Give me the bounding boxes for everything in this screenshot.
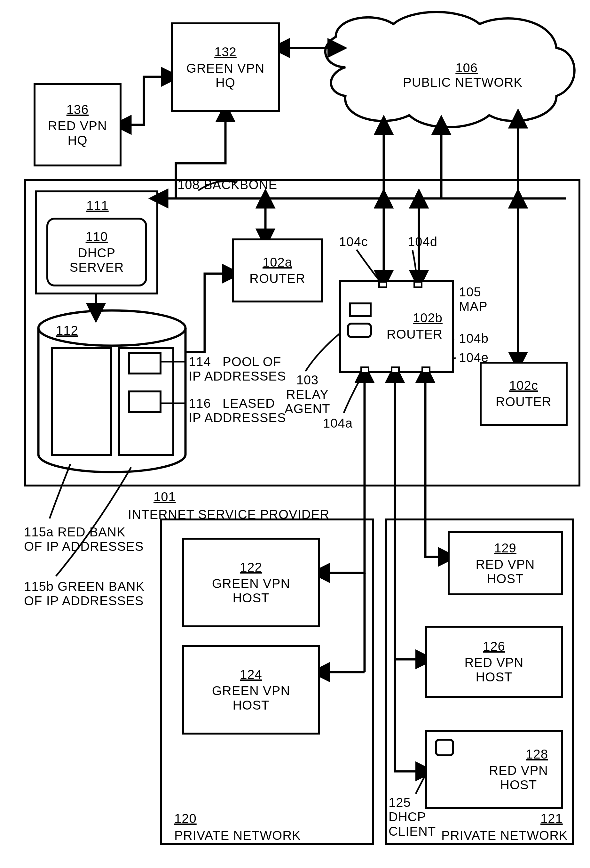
- anno-116: 116 LEASED IP ADDRESSES: [189, 396, 286, 425]
- ref-110: 110: [86, 229, 108, 244]
- ref-124: 124: [240, 667, 262, 682]
- anno-114: 114 POOL OF IP ADDRESSES: [189, 354, 286, 384]
- ref-126: 126: [483, 639, 505, 654]
- label-102a: ROUTER: [249, 272, 305, 286]
- ref-136: 136: [66, 102, 89, 117]
- label-126: RED VPNHOST: [465, 655, 524, 684]
- label-129: RED VPNHOST: [476, 557, 535, 586]
- ref-121: 121: [540, 811, 563, 826]
- rect-105-map: [349, 303, 372, 317]
- anno-104d: 104d: [408, 235, 437, 249]
- node-122-green-vpn-host: 122 GREEN VPNHOST: [182, 538, 320, 627]
- node-126-red-vpn-host: 126 RED VPNHOST: [425, 626, 563, 698]
- rect-116: [128, 390, 162, 413]
- ref-132: 132: [214, 45, 237, 59]
- ref-111: 111: [86, 198, 109, 213]
- node-106-public-network: 106PUBLIC NETWORK: [403, 46, 522, 90]
- label-136: RED VPNHQ: [48, 119, 107, 148]
- label-122: GREEN VPNHOST: [212, 576, 290, 605]
- label-102b: ROUTER: [387, 327, 443, 341]
- anno-104b: 104b: [459, 331, 488, 345]
- anno-115a: 115a RED BANK OF IP ADDRESSES: [24, 525, 144, 554]
- anno-104e: 104e: [459, 350, 488, 365]
- ref-102c: 102c: [509, 378, 538, 393]
- node-102a-router: 102a ROUTER: [232, 238, 323, 303]
- ref-122: 122: [240, 560, 262, 574]
- ref-120: 120: [174, 811, 197, 826]
- anno-104a: 104a: [323, 416, 353, 431]
- label-101-isp: 101: [153, 490, 176, 504]
- rect-103-relay-agent: [347, 323, 372, 338]
- ref-112: 112: [56, 323, 78, 338]
- anno-125: 125 DHCP CLIENT: [388, 795, 436, 838]
- label-120: PRIVATE NETWORK: [174, 828, 301, 843]
- rect-115a: [51, 347, 112, 456]
- port-104d: [413, 281, 422, 288]
- rect-125-dhcp-client: [435, 739, 454, 756]
- anno-104c: 104c: [339, 235, 368, 249]
- node-136-red-vpn-hq: 136 RED VPNHQ: [34, 83, 122, 167]
- port-104c: [378, 281, 387, 288]
- node-110-dhcp-server: 110 DHCPSERVER: [46, 218, 147, 286]
- label-121: PRIVATE NETWORK: [441, 828, 568, 843]
- label-124: GREEN VPNHOST: [212, 683, 290, 713]
- ref-129: 129: [494, 541, 516, 555]
- anno-105: 105 MAP: [459, 285, 488, 314]
- port-104b: [391, 366, 400, 373]
- anno-103: 103 RELAY AGENT: [285, 373, 330, 416]
- node-102c-router: 102c ROUTER: [480, 362, 568, 426]
- label-110: DHCPSERVER: [70, 246, 124, 275]
- port-104e: [421, 366, 430, 373]
- anno-115b: 115b GREEN BANK OF IP ADDRESSES: [24, 579, 144, 608]
- port-104a: [360, 366, 369, 373]
- ref-102b: 102b: [413, 311, 443, 325]
- label-102c: ROUTER: [496, 395, 552, 409]
- rect-114: [128, 352, 162, 375]
- node-132-green-vpn-hq: 132 GREEN VPNHQ: [171, 22, 280, 112]
- label-128: RED VPNHOST: [489, 763, 548, 792]
- ref-102a: 102a: [263, 255, 292, 270]
- anno-108: 108 BACKBONE: [178, 178, 277, 192]
- ref-128: 128: [526, 747, 548, 762]
- node-124-green-vpn-host: 124 GREEN VPNHOST: [182, 645, 320, 735]
- label-132: GREEN VPNHQ: [187, 61, 265, 90]
- node-129-red-vpn-host: 129 RED VPNHOST: [448, 531, 563, 595]
